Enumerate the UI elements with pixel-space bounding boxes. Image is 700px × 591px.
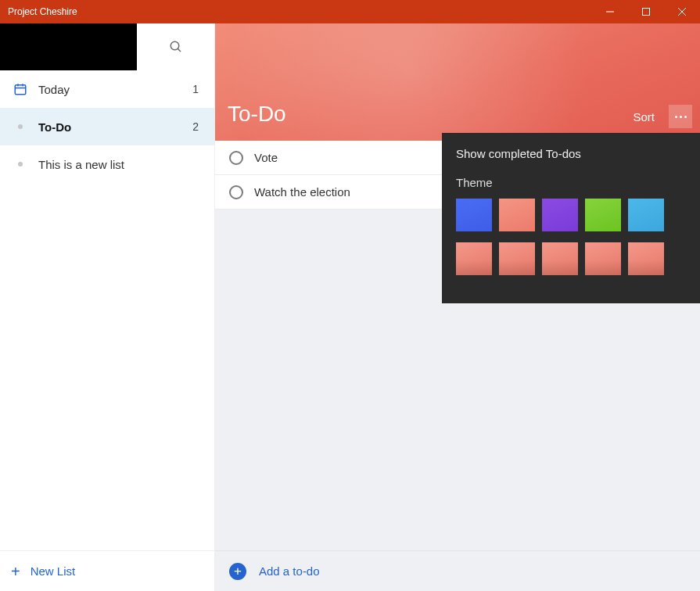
theme-swatch-bg1[interactable] — [456, 242, 492, 275]
add-todo-label: Add a to-do — [259, 564, 320, 578]
list-title: To-Do — [228, 102, 286, 127]
content-area: To-Do Sort Vote Watch the election + Add… — [215, 23, 700, 591]
task-title: Watch the election — [254, 185, 350, 199]
ellipsis-icon — [675, 116, 687, 118]
add-todo-button[interactable]: + Add a to-do — [215, 550, 700, 591]
maximize-button[interactable] — [628, 0, 664, 23]
bullet-icon — [11, 162, 30, 167]
theme-swatch-skyblue[interactable] — [628, 199, 664, 231]
sidebar-item-newlist[interactable]: This is a new list — [0, 145, 214, 183]
search-button[interactable] — [137, 23, 214, 70]
title-bar: Project Cheshire — [0, 0, 700, 23]
sidebar: Today 1 To-Do 2 This is a new list + New… — [0, 23, 215, 591]
theme-label: Theme — [456, 176, 686, 189]
bullet-icon — [11, 124, 30, 129]
sort-button[interactable]: Sort — [626, 107, 661, 127]
calendar-icon — [11, 82, 30, 96]
sidebar-item-label: Today — [38, 83, 192, 96]
sidebar-item-todo[interactable]: To-Do 2 — [0, 108, 214, 145]
theme-swatch-bg3[interactable] — [542, 242, 578, 275]
new-list-label: New List — [31, 564, 76, 578]
sidebar-item-today[interactable]: Today 1 — [0, 70, 214, 108]
options-menu: Show completed To-dos Theme — [442, 133, 700, 303]
profile-area[interactable] — [0, 23, 137, 70]
theme-swatch-green[interactable] — [585, 199, 621, 231]
svg-rect-6 — [15, 85, 26, 95]
show-completed-option[interactable]: Show completed To-dos — [456, 147, 686, 160]
close-button[interactable] — [664, 0, 700, 23]
search-icon — [169, 40, 183, 54]
more-button[interactable] — [669, 105, 692, 128]
sidebar-item-count: 2 — [192, 120, 199, 133]
plus-icon: + — [11, 564, 20, 579]
theme-swatch-purple[interactable] — [542, 199, 578, 231]
theme-swatch-bg4[interactable] — [585, 242, 621, 275]
theme-swatch-bg2[interactable] — [499, 242, 535, 275]
list-header: To-Do Sort — [215, 23, 700, 141]
window-title: Project Cheshire — [8, 6, 77, 17]
minimize-button[interactable] — [592, 0, 628, 23]
add-icon: + — [229, 563, 246, 580]
sidebar-item-count: 1 — [192, 83, 199, 95]
svg-point-4 — [171, 41, 179, 50]
theme-swatch-blue[interactable] — [456, 199, 492, 231]
sidebar-item-label: This is a new list — [38, 158, 199, 171]
task-checkbox[interactable] — [229, 185, 243, 199]
new-list-button[interactable]: + New List — [0, 550, 214, 591]
svg-line-5 — [178, 48, 181, 52]
theme-swatch-coral[interactable] — [499, 199, 535, 231]
sidebar-item-label: To-Do — [38, 120, 192, 134]
task-checkbox[interactable] — [229, 151, 243, 165]
theme-swatch-bg5[interactable] — [628, 242, 664, 275]
svg-rect-1 — [643, 9, 650, 16]
task-title: Vote — [254, 151, 278, 164]
